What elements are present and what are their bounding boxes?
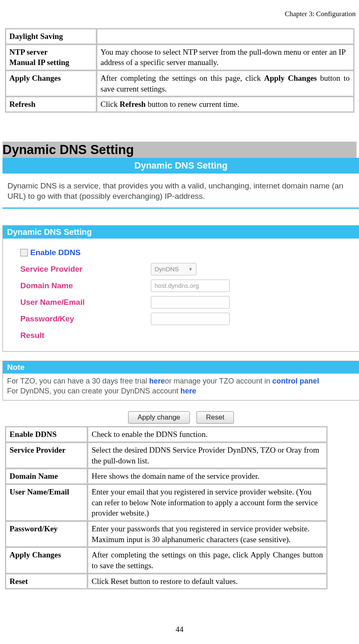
note-link-dyndns-here[interactable]: here [180,387,196,395]
table-key-cell: Service Provider [6,443,87,468]
top-settings-table: Daylight SavingNTP serverManual IP setti… [5,28,354,113]
section-title: Dynamic DNS Setting [2,142,357,158]
ddns-subhead: Dynamic DNS Setting [3,226,359,239]
result-label: Result [20,331,151,340]
table-key-cell: Password/Key [6,521,87,547]
domain-name-label: Domain Name [20,281,151,290]
table-desc-cell: After completing the settings on this pa… [97,71,354,96]
password-label: Password/Key [20,314,151,323]
table-row: User Name/EmailEnter your email that you… [6,485,327,521]
service-provider-value: DynDNS [155,265,179,273]
table-row: Password/KeyEnter your passwords that yo… [6,521,327,547]
note-link-control-panel[interactable]: control panel [272,377,319,385]
table-key-cell: Apply Changes [6,71,96,96]
note-head: Note [3,361,359,374]
table-desc-cell: You may choose to select NTP server from… [97,45,354,70]
table-key-cell: Refresh [6,97,96,112]
table-key-cell: Apply Changes [6,548,87,573]
ddns-intro-text: Dynamic DNS is a service, that provides … [2,174,359,208]
password-input[interactable] [151,313,230,325]
service-provider-label: Service Provider [20,265,151,274]
table-key-cell: Reset [6,574,87,589]
table-desc-cell: Enter your passwords that you registered… [88,521,327,547]
table-desc-cell [97,29,354,44]
table-desc-cell: Select the desired DDNS Service Provider… [88,443,327,468]
table-key-cell: Enable DDNS [6,427,87,442]
username-label: User Name/Email [20,298,151,307]
table-row: RefreshClick Refresh button to renew cur… [6,97,354,112]
ddns-banner: Dynamic DNS Setting [2,158,359,174]
apply-change-button[interactable]: Apply change [128,411,190,424]
table-key-cell: User Name/Email [6,485,87,521]
table-row: Apply ChangesAfter completing the settin… [6,71,354,96]
page-number: 44 [0,625,359,634]
table-key-cell: Domain Name [6,469,87,484]
reset-button[interactable]: Reset [196,411,234,424]
enable-ddns-checkbox[interactable] [20,249,28,256]
table-desc-cell: After completing the settings on this pa… [88,548,327,573]
table-desc-cell: Click Refresh button to renew current ti… [97,97,354,112]
service-provider-select[interactable]: DynDNS ▼ [151,263,196,275]
table-desc-cell: Here shows the domain name of the servic… [88,469,327,484]
domain-name-input[interactable]: host.dyndns.org [151,280,230,292]
table-desc-cell: Click Reset button to restore to default… [88,574,327,589]
note-text: or manage your TZO account in [165,377,272,385]
enable-ddns-label: Enable DDNS [30,248,80,257]
ddns-description-table: Enable DDNSCheck to enable the DDNS func… [5,426,327,589]
table-row: NTP serverManual IP settingYou may choos… [6,45,354,70]
table-desc-cell: Check to enable the DDNS function. [88,427,327,442]
table-row: Domain NameHere shows the domain name of… [6,469,327,484]
table-row: Daylight Saving [6,29,354,44]
table-row: Service ProviderSelect the desired DDNS … [6,443,327,468]
table-row: ResetClick Reset button to restore to de… [6,574,327,589]
note-box: Note For TZO, you can have a 30 days fre… [2,361,359,401]
note-link-tzo-here[interactable]: here [149,377,165,385]
ddns-ui-panel: Dynamic DNS Setting Dynamic DNS is a ser… [2,158,359,424]
username-input[interactable] [151,296,230,309]
table-key-cell: Daylight Saving [6,29,96,44]
chapter-header: Chapter 3: Configuration [2,10,357,18]
table-row: Enable DDNSCheck to enable the DDNS func… [6,427,327,442]
table-desc-cell: Enter your email that you registered in … [88,485,327,521]
note-text: For DynDNS, you can create your DynDNS a… [7,387,180,395]
table-row: Apply ChangesAfter completing the settin… [6,548,327,573]
chevron-down-icon: ▼ [188,267,193,272]
note-text: For TZO, you can have a 30 days free tri… [7,377,149,385]
table-key-cell: NTP serverManual IP setting [6,45,96,70]
